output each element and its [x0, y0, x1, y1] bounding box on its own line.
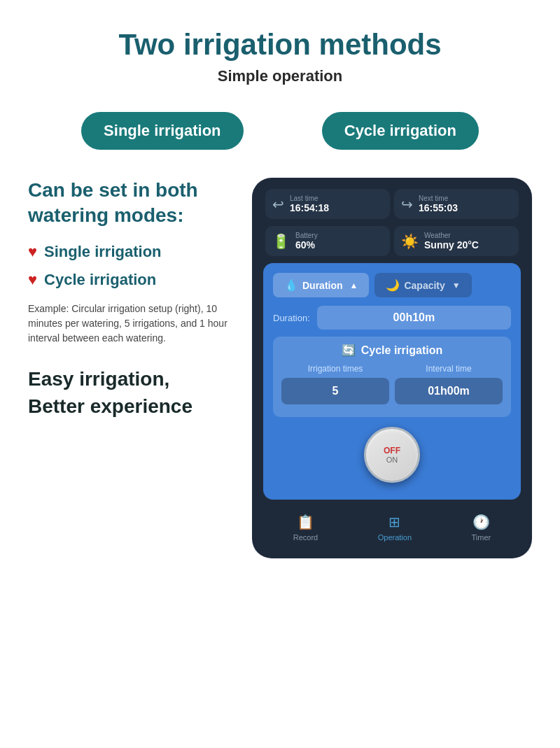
heart-icon-2: ♥	[28, 271, 37, 289]
phone-bottom-nav: 📋 Record ⊞ Operation 🕐 Timer	[263, 507, 521, 547]
capacity-icon: 🌙	[386, 278, 400, 292]
example-text: Example: Circular irrigation setup (righ…	[28, 302, 231, 346]
nav-operation[interactable]: ⊞ Operation	[378, 514, 412, 542]
last-time-value: 16:54:18	[290, 202, 329, 213]
bullet-single-text: Single irrigation	[44, 243, 161, 261]
left-panel: Can be set in bothwatering modes: ♥ Sing…	[28, 178, 238, 558]
last-time-card: ↩ Last time 16:54:18	[265, 189, 390, 219]
cycle-col-headers: Irrigation times Interval time	[281, 364, 503, 378]
nav-record[interactable]: 📋 Record	[293, 514, 318, 542]
nav-record-label: Record	[293, 533, 318, 542]
interval-time-label: Interval time	[395, 364, 503, 374]
toggle-off-label: OFF	[384, 446, 400, 456]
toggle-container: OFF ON	[273, 427, 511, 483]
last-time-label: Last time	[290, 195, 329, 202]
record-icon: 📋	[297, 514, 314, 530]
duration-row: Duration: 00h10m	[273, 306, 511, 330]
cycle-irrigation-badge: Cycle irrigation	[322, 112, 479, 150]
phone-mockup: ↩ Last time 16:54:18 ↪ Next time 16:55:0…	[252, 178, 532, 558]
weather-icon: ☀️	[401, 233, 419, 250]
easy-text: Easy irrigation, Better experience	[28, 365, 231, 420]
tab-capacity[interactable]: 🌙 Capacity ▼	[374, 273, 471, 297]
tab-duration[interactable]: 💧 Duration ▲	[273, 273, 369, 297]
battery-value: 60%	[295, 239, 318, 250]
timer-icon: 🕐	[472, 514, 490, 530]
nav-timer[interactable]: 🕐 Timer	[472, 514, 491, 542]
cycle-title: Cycle irrigation	[361, 344, 442, 357]
next-time-icon: ↪	[401, 196, 413, 213]
battery-icon: 🔋	[272, 233, 290, 250]
irrigation-times-label: Irrigation times	[281, 364, 389, 374]
toggle-on-label: ON	[386, 456, 398, 464]
page-subtitle: Simple operation	[14, 67, 546, 85]
irrigation-times-value[interactable]: 5	[281, 378, 389, 404]
battery-label: Battery	[295, 232, 318, 239]
blue-panel: 💧 Duration ▲ 🌙 Capacity ▼ Duration: 00h1…	[263, 263, 521, 500]
nav-operation-label: Operation	[378, 533, 412, 542]
header-section: Two irrigation methods Simple operation	[0, 0, 560, 92]
can-be-set-text: Can be set in bothwatering modes:	[28, 178, 231, 229]
next-time-value: 16:55:03	[419, 202, 458, 213]
nav-timer-label: Timer	[472, 533, 491, 542]
single-irrigation-badge: Single irrigation	[81, 112, 243, 150]
main-content: Can be set in bothwatering modes: ♥ Sing…	[0, 164, 560, 579]
operation-icon: ⊞	[388, 514, 400, 530]
droplet-icon: 💧	[284, 278, 298, 292]
cycle-header: 🔄 Cycle irrigation	[281, 344, 503, 357]
power-toggle[interactable]: OFF ON	[364, 427, 420, 483]
bullet-cycle: ♥ Cycle irrigation	[28, 271, 231, 289]
page-title: Two irrigation methods	[14, 28, 546, 62]
weather-value: Sunny 20°C	[424, 239, 479, 250]
cycle-values-row: 5 01h00m	[281, 378, 503, 404]
phone-second-row: 🔋 Battery 60% ☀️ Weather Sunny 20°C	[263, 226, 521, 256]
weather-label: Weather	[424, 232, 479, 239]
weather-card: ☀️ Weather Sunny 20°C	[394, 226, 519, 256]
cycle-refresh-icon: 🔄	[342, 344, 356, 357]
arrow-up-icon: ▲	[350, 281, 358, 290]
duration-label: Duration:	[273, 313, 310, 323]
arrow-down-icon: ▼	[452, 281, 461, 290]
last-time-icon: ↩	[272, 196, 284, 213]
next-time-card: ↪ Next time 16:55:03	[394, 189, 519, 219]
battery-card: 🔋 Battery 60%	[265, 226, 390, 256]
interval-time-value[interactable]: 01h00m	[395, 378, 503, 404]
cycle-section: 🔄 Cycle irrigation Irrigation times Inte…	[273, 337, 511, 417]
bullet-cycle-text: Cycle irrigation	[44, 271, 156, 289]
duration-value[interactable]: 00h10m	[317, 306, 511, 330]
blue-tabs: 💧 Duration ▲ 🌙 Capacity ▼	[273, 273, 511, 297]
bullet-single: ♥ Single irrigation	[28, 243, 231, 261]
badges-row: Single irrigation Cycle irrigation	[0, 92, 560, 164]
next-time-label: Next time	[419, 195, 458, 202]
phone-info-row: ↩ Last time 16:54:18 ↪ Next time 16:55:0…	[263, 189, 521, 219]
heart-icon-1: ♥	[28, 243, 37, 261]
